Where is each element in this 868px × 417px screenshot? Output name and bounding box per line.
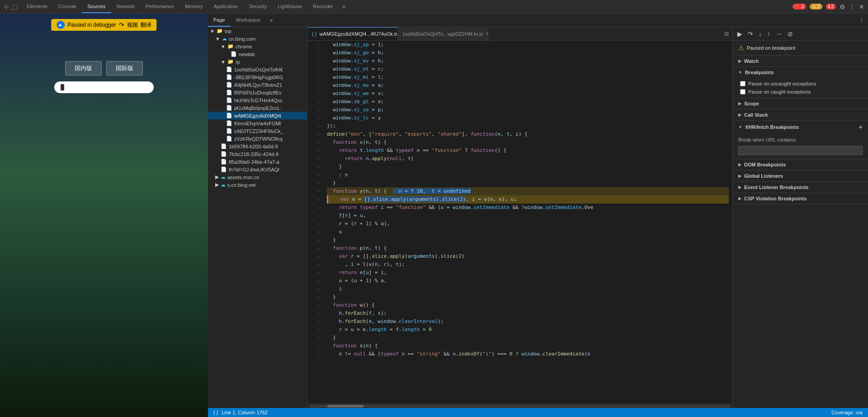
scope-section: ▶ Scope	[733, 98, 868, 109]
tree-item-assetsmsn[interactable]: ▶ ☁ assets.msn.cn	[208, 173, 307, 181]
tree-label: 1xoNdSsiOsQnITofH€	[234, 67, 283, 72]
tab-console[interactable]: Console	[53, 0, 82, 13]
scope-section-header[interactable]: ▶ Scope	[733, 98, 868, 109]
xhr-section-header[interactable]: ▼ XHR/fetch Breakpoints +	[733, 121, 868, 133]
browser-search-bar[interactable]	[54, 81, 154, 93]
step-button[interactable]: →	[775, 29, 783, 38]
tab-performance[interactable]: Performance	[140, 0, 179, 13]
pause-caught-checkbox[interactable]	[740, 89, 745, 95]
more-source-tabs[interactable]: »	[266, 17, 277, 24]
tree-item-file9[interactable]: 📄 zAE0TCZ23HF9luCk_	[208, 127, 307, 135]
tree-item-cnbing[interactable]: ▼ ☁ cn.bing.com	[208, 35, 307, 43]
more-options-icon[interactable]: ⋮	[849, 3, 855, 10]
debugger-toolbar: ▶ ↷ ↓ ↑ → ⊘	[733, 27, 868, 41]
tab-close-button-2[interactable]: ✕	[486, 31, 489, 36]
xhr-add-button[interactable]: +	[859, 123, 863, 131]
search-cursor	[61, 84, 64, 90]
tree-label: A9jNHfLQyvTl8vtmZ1	[234, 82, 282, 88]
page-tab[interactable]: Page	[208, 14, 231, 27]
tree-item-file12[interactable]: 📄 7fcbc218-335c-424d-9	[208, 150, 307, 158]
event-listeners-header[interactable]: ▶ Event Listener Breakpoints	[733, 182, 868, 193]
xhr-arrow: ▼	[738, 125, 742, 129]
watch-arrow: ▶	[738, 59, 741, 63]
sources-menu-icon[interactable]: ⋮	[859, 17, 864, 24]
tree-item-file5[interactable]: 📄 hkXWsTcGTHs44Qxz.	[208, 96, 307, 104]
csp-section-header[interactable]: ▶ CSP Violation Breakpoints	[733, 193, 868, 204]
tree-label: wAMGEgzu6dXMQl4	[234, 113, 281, 118]
domestic-button[interactable]: 国内版	[65, 61, 102, 76]
code-content[interactable]: window.sj_sp = 1; window.sj_go = h; wind…	[323, 41, 732, 403]
event-label: Event Listener Breakpoints	[744, 185, 808, 190]
scroll-thumb[interactable]	[327, 405, 363, 408]
tab-lighthouse[interactable]: Lighthouse	[272, 0, 307, 13]
tree-item-file11[interactable]: 📄 1b597ff4-b200-4a0d-9	[208, 142, 307, 150]
xhr-url-input[interactable]	[738, 146, 863, 155]
global-listeners-header[interactable]: ▶ Global Listeners	[733, 171, 868, 181]
tab-security[interactable]: Security	[243, 0, 272, 13]
tab-memory[interactable]: Memory	[179, 0, 208, 13]
tab-network[interactable]: Network	[111, 0, 140, 13]
tree-item-file6[interactable]: 📄 jA1xMqBzlpnpE2ru1-	[208, 104, 307, 112]
resume-button[interactable]: ▶	[736, 29, 743, 38]
file-icon: 📄	[221, 143, 227, 149]
paused-banner: Paused in debugger ↷ 视频 翻译	[51, 19, 156, 31]
tree-item-file2[interactable]: 📄 -8B2JlFI9HgFcgp0RG	[208, 73, 307, 81]
tree-item-scnbing[interactable]: ▶ ☁ s.cn.bing.net	[208, 181, 307, 189]
step-over-button[interactable]: ↷	[747, 29, 754, 38]
tree-item-file13[interactable]: 📄 85a3fda0-34be-47a7-a	[208, 158, 307, 166]
tree-item-newtab[interactable]: 📄 newtab	[208, 50, 307, 58]
tree-item-file3[interactable]: 📄 A9jNHfLQyvTl8vtmZ1	[208, 81, 307, 89]
scope-arrow: ▶	[738, 101, 741, 106]
pause-uncaught-checkbox[interactable]	[740, 81, 745, 86]
breakpoints-section-header[interactable]: ▼ Breakpoints	[733, 67, 868, 78]
tree-item-top[interactable]: ▼ 📁 top	[208, 27, 307, 35]
watch-section-header[interactable]: ▶ Watch	[733, 56, 868, 66]
tab-sources[interactable]: Sources	[82, 0, 111, 13]
step-into-button[interactable]: ↓	[758, 29, 763, 38]
browser-buttons: 国内版 国际版	[65, 61, 143, 76]
tab-application[interactable]: Application	[208, 0, 244, 13]
international-button[interactable]: 国际版	[106, 61, 143, 76]
tree-item-chrome[interactable]: ▼ 📁 chrome	[208, 43, 307, 50]
tree-item-rp[interactable]: ▼ 📁 rp	[208, 58, 307, 66]
editor-scroll-area[interactable]: – – – – – – – – – – – – –	[307, 41, 732, 403]
csp-section: ▶ CSP Violation Breakpoints	[733, 193, 868, 204]
tree-item-file1[interactable]: 📄 1xoNdSsiOsQnITofH€	[208, 66, 307, 73]
inspect-icon[interactable]: ⊹	[4, 3, 9, 10]
step-icon[interactable]: ↷	[119, 21, 124, 28]
step-out-button[interactable]: ↑	[766, 29, 771, 38]
code-line: return t.length && typeof n == "function…	[327, 147, 729, 155]
tree-item-file14[interactable]: 📄 th?id=OJ.ilrwLiKV5AQl	[208, 166, 307, 173]
tab-recorder[interactable]: Recorder	[307, 0, 339, 13]
close-devtools-icon[interactable]: ✕	[859, 3, 864, 10]
device-icon[interactable]: ⬚	[12, 3, 18, 10]
code-line: }	[327, 293, 729, 301]
horizontal-scrollbar[interactable]	[307, 403, 732, 408]
callstack-arrow: ▶	[738, 113, 741, 117]
resume-button[interactable]	[57, 21, 65, 29]
pause-caught-label: Pause on caught exceptions	[748, 89, 811, 95]
tree-item-file7[interactable]: 📄 wAMGEgzu6dXMQl4	[208, 112, 307, 119]
code-editor[interactable]: – – – – – – – – – – – – –	[307, 41, 732, 408]
workspace-tab[interactable]: Workspace	[231, 14, 266, 27]
tree-item-file4[interactable]: 📄 fRPi0Fb1vDrxqdzlfEv	[208, 89, 307, 96]
code-line: function p(n, t) {	[327, 244, 729, 252]
split-editor-button[interactable]: ⊟	[721, 31, 732, 37]
code-line: window.sj_go = h;	[327, 49, 729, 57]
tree-item-file10[interactable]: 📄 zVzKRvQDTWNO9cq	[208, 135, 307, 142]
csp-arrow: ▶	[738, 196, 741, 201]
deactivate-breakpoints[interactable]: ⊘	[787, 29, 794, 38]
settings-icon[interactable]: ⚙	[840, 3, 845, 10]
callstack-section-header[interactable]: ▶ Call Stack	[733, 109, 868, 120]
code-line: f[r] = u,	[327, 212, 729, 220]
more-tabs-button[interactable]: »	[339, 4, 349, 10]
file-icon: 📄	[221, 159, 227, 165]
code-tab-2[interactable]: 1xoNdSsiOsQnITo...vgzOZ2HM.br.js ✕	[398, 27, 488, 40]
sources-subheader: Page Workspace » ⋮	[208, 14, 868, 27]
code-tab-active[interactable]: { } wAMGEgzu6dXMQl4...4fU74uOk.br.js ✕	[307, 27, 398, 40]
dom-breakpoints-header[interactable]: ▶ DOM Breakpoints	[733, 159, 868, 170]
file-icon: 📄	[221, 151, 227, 157]
tree-item-file8[interactable]: 📄 KlmniEfvpVw4vFGMl	[208, 119, 307, 127]
chinese-label1: 视频	[127, 21, 138, 29]
tab-elements[interactable]: Elements	[21, 0, 53, 13]
